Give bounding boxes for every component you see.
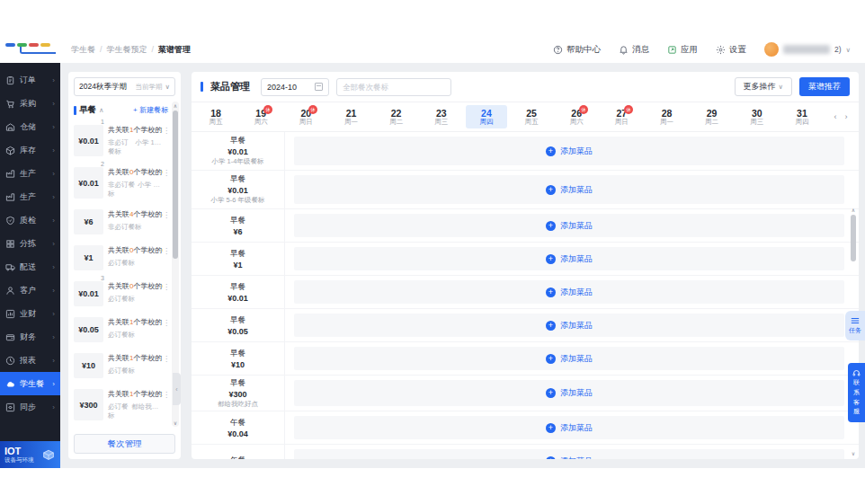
scrollbar-thumb[interactable] (851, 215, 856, 261)
sidebar-item-quality[interactable]: 质检› (0, 208, 60, 232)
meal-standard-item[interactable]: ¥300 共关联1个学校的2个班级 必订餐标都给我吃好点 ⋮ (68, 384, 172, 426)
date-cell[interactable]: 29周二 (691, 105, 733, 128)
semester-select[interactable]: 2024秋季学期 当前学期 ∨ (74, 77, 175, 96)
date-cell[interactable]: 21周一 (330, 105, 371, 128)
tasks-floating-button[interactable]: 任务 (845, 311, 865, 340)
recipe-recommend-button[interactable]: 菜谱推荐 (799, 77, 850, 96)
factory-icon (5, 169, 15, 179)
sidebar-item-student-meal[interactable]: 学生餐› (0, 372, 60, 395)
add-dish-button[interactable]: +添加菜品 (294, 416, 844, 439)
date-cell[interactable]: 27周日休 (601, 105, 642, 128)
meal-standard-item[interactable]: ¥0.05 共关联1个学校的1个班级 必订餐标 ⋮ (68, 312, 172, 348)
add-dish-button[interactable]: +添加菜品 (294, 380, 844, 406)
iot-title: IOT (4, 446, 34, 456)
scrollbar-thumb[interactable] (173, 111, 178, 259)
date-cell[interactable]: 28周一 (646, 105, 687, 128)
date-cell-selected[interactable]: 24周四 (466, 105, 507, 128)
sidebar-item-production-2[interactable]: 生产› (0, 185, 60, 208)
sidebar-item-warehouse[interactable]: 仓储› (0, 115, 60, 138)
apps-icon (667, 45, 677, 55)
prev-week-icon[interactable]: ‹ (834, 112, 836, 121)
month-picker[interactable]: 2024-10 (261, 78, 329, 96)
chevron-right-icon: › (52, 217, 55, 225)
date-cell[interactable]: 22周二 (376, 105, 417, 128)
person-icon (5, 286, 15, 296)
sidebar-item-finance[interactable]: 财务› (0, 325, 60, 349)
date-cell[interactable]: 26周六休 (556, 105, 597, 128)
meal-standard-item[interactable]: 2¥0.01 共关联0个学校的0个班级 非必订餐标小学 5-6... ⋮ (68, 162, 172, 204)
customer-service-button[interactable]: 联 系 客 服 (848, 363, 865, 422)
help-center-button[interactable]: 帮助中心 (553, 44, 601, 56)
item-menu-icon[interactable]: ⋮ (163, 319, 170, 327)
date-cell[interactable]: 23周三 (421, 105, 462, 128)
sidebar-item-customers[interactable]: 客户› (0, 279, 60, 302)
sidebar-item-procurement[interactable]: 采购› (0, 92, 60, 115)
date-cell[interactable]: 20周日休 (285, 105, 326, 128)
sidebar-item-orders[interactable]: 订单› (0, 68, 60, 92)
chevron-right-icon: › (52, 357, 55, 365)
add-dish-button[interactable]: +添加菜品 (294, 347, 844, 370)
meal-row: 早餐¥1 +添加菜品 (192, 243, 859, 276)
item-menu-icon[interactable]: ⋮ (163, 247, 170, 255)
add-dish-button[interactable]: +添加菜品 (294, 175, 844, 204)
item-menu-icon[interactable]: ⋮ (163, 391, 170, 399)
item-menu-icon[interactable]: ⋮ (163, 169, 170, 177)
iot-footer[interactable]: IOT 设备与环境 (0, 441, 60, 468)
layers-icon (851, 317, 860, 324)
meal-standard-item[interactable]: ¥6 共关联4个学校的4个班级 非必订餐标 ⋮ (68, 204, 172, 240)
breadcrumb-item[interactable]: 学生餐预定 (107, 44, 147, 56)
date-cell[interactable]: 31周四 (781, 105, 823, 128)
add-dish-button[interactable]: +添加菜品 (294, 137, 844, 165)
item-menu-icon[interactable]: ⋮ (163, 211, 170, 219)
item-menu-icon[interactable]: ⋮ (163, 355, 170, 363)
date-cell[interactable]: 25周五 (511, 105, 552, 128)
scroll-down-icon[interactable]: ∨ (172, 420, 179, 426)
meal-standard-item[interactable]: ¥10 共关联1个学校的15个班级 必订餐标 ⋮ (68, 348, 172, 384)
sidebar: 订单› 采购› 仓储› 库存› 生产› 生产› (0, 63, 60, 468)
plus-icon: + (546, 185, 556, 195)
date-cell[interactable]: 18周五 (195, 105, 236, 128)
next-week-icon[interactable]: › (844, 112, 847, 121)
meal-standard-item[interactable]: 1¥0.01 共关联1个学校的3个班级 非必订餐标小学 1-4年... ⋮ (68, 119, 172, 162)
panel-collapse-handle[interactable]: ‹ (173, 373, 181, 405)
add-dish-button[interactable]: +添加菜品 (294, 247, 844, 270)
scroll-down-icon[interactable]: ∨ (850, 450, 857, 456)
rest-day-badge: 休 (308, 105, 317, 114)
date-cell[interactable]: 30周三 (736, 105, 778, 128)
breadcrumb-item[interactable]: 学生餐 (71, 44, 95, 56)
sidebar-item-inventory[interactable]: 库存› (0, 138, 60, 162)
sidebar-item-production-1[interactable]: 生产› (0, 162, 60, 185)
calendar-icon (315, 83, 323, 91)
caret-down-icon: ∨ (779, 83, 784, 91)
truck-icon (5, 262, 15, 272)
more-actions-button[interactable]: 更多操作 ∨ (735, 77, 793, 96)
sidebar-item-sorting[interactable]: 分拣› (0, 232, 60, 255)
add-dish-button[interactable]: +添加菜品 (294, 214, 844, 237)
meal-filter-input[interactable] (336, 78, 451, 96)
user-menu[interactable]: 2) ∨ (764, 42, 851, 57)
meal-standard-item[interactable]: ¥1 共关联0个学校的0个班级 必订餐标 ⋮ (68, 240, 172, 276)
gear-icon (716, 45, 726, 55)
sidebar-item-reports[interactable]: 报表› (0, 349, 60, 372)
scroll-up-icon[interactable]: ∧ (172, 102, 179, 109)
sidebar-item-sync[interactable]: 同步› (0, 395, 60, 419)
meal-row: 午餐¥0.04 +添加菜品 (192, 411, 859, 445)
dish-management-card: 菜品管理 2024-10 更多操作 ∨ 菜谱推荐 (192, 72, 859, 459)
item-menu-icon[interactable]: ⋮ (163, 283, 170, 291)
meal-standard-item[interactable]: 3¥0.01 共关联0个学校的0个班级 必订餐标 ⋮ (68, 276, 172, 312)
new-meal-standard-button[interactable]: + 新建餐标 (133, 105, 168, 115)
chevron-right-icon: › (52, 380, 55, 388)
meal-session-manage-button[interactable]: 餐次管理 (74, 434, 175, 454)
add-dish-button[interactable]: +添加菜品 (294, 449, 844, 459)
add-dish-button[interactable]: +添加菜品 (294, 280, 844, 304)
collapse-icon[interactable]: ∧ (99, 106, 104, 114)
messages-button[interactable]: 消息 (619, 44, 649, 56)
add-dish-button[interactable]: +添加菜品 (294, 314, 844, 337)
scroll-up-icon[interactable]: ∧ (850, 207, 857, 213)
date-cell[interactable]: 19周六休 (240, 105, 281, 128)
sidebar-item-delivery[interactable]: 配送› (0, 255, 60, 279)
apps-button[interactable]: 应用 (667, 44, 698, 56)
item-menu-icon[interactable]: ⋮ (163, 127, 170, 135)
sidebar-item-biz-finance[interactable]: 业财› (0, 302, 60, 325)
settings-button[interactable]: 设置 (716, 44, 746, 56)
